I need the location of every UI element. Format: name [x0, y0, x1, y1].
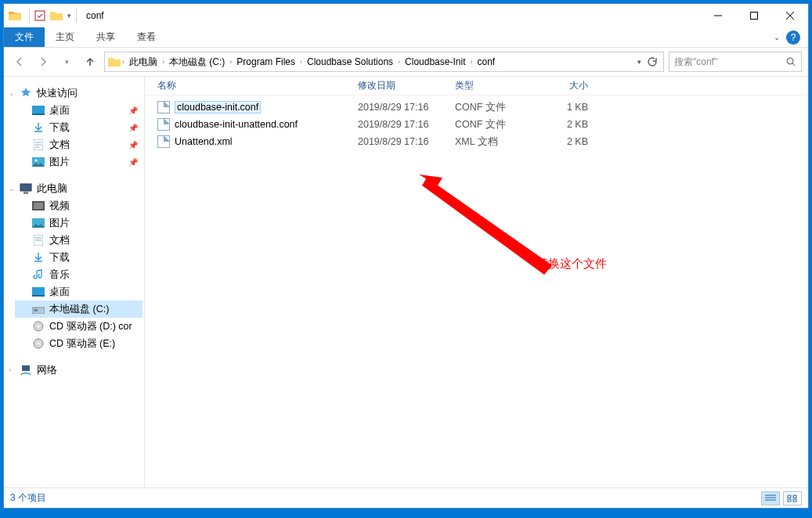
qat-dropdown-icon[interactable]: ▾	[67, 12, 71, 20]
col-name[interactable]: 名称	[157, 79, 358, 92]
svg-rect-0	[35, 11, 45, 20]
qat-folder-icon[interactable]	[50, 10, 63, 21]
address-bar: ▾ › 此电脑 › 本地磁盘 (C:) › Program Files › Cl…	[4, 48, 808, 76]
sidebar-quick-access[interactable]: ⌄快速访问	[15, 85, 143, 102]
network-icon	[20, 364, 32, 376]
sidebar-item-downloads[interactable]: 下载📌	[15, 119, 143, 136]
svg-rect-4	[32, 113, 45, 115]
separator	[29, 9, 30, 23]
sidebar-item-desktop[interactable]: 桌面	[15, 283, 143, 300]
window-controls	[700, 4, 808, 27]
titlebar: ▾ conf	[4, 4, 808, 27]
chevron-right-icon[interactable]: ›	[468, 58, 474, 66]
forward-button[interactable]	[34, 52, 52, 71]
picture-icon	[32, 156, 45, 168]
maximize-button[interactable]	[736, 4, 772, 27]
music-icon	[32, 268, 45, 281]
svg-rect-25	[788, 495, 791, 498]
pin-icon: 📌	[128, 141, 138, 149]
video-icon	[32, 200, 45, 212]
search-placeholder: 搜索"conf"	[674, 56, 717, 69]
folder-icon	[9, 9, 21, 22]
collapse-icon[interactable]: ⌄	[9, 89, 15, 97]
view-buttons	[761, 491, 802, 505]
chevron-right-icon[interactable]: ›	[298, 58, 304, 66]
item-count: 3 个项目	[10, 491, 46, 505]
recent-dropdown-icon[interactable]: ▾	[57, 52, 76, 71]
chevron-right-icon[interactable]: ›	[161, 58, 166, 66]
svg-rect-26	[793, 495, 796, 498]
refresh-button[interactable]	[643, 56, 660, 67]
svg-rect-28	[793, 499, 796, 502]
crumb-pc[interactable]: 此电脑	[126, 56, 161, 69]
svg-rect-15	[32, 295, 45, 297]
help-button[interactable]: ?	[786, 31, 800, 45]
download-icon	[32, 251, 45, 264]
sidebar-item-desktop[interactable]: 桌面📌	[15, 102, 143, 119]
star-icon	[20, 87, 32, 99]
sidebar-item-cd-d[interactable]: CD 驱动器 (D:) cor	[15, 318, 143, 335]
svg-marker-23	[419, 174, 442, 185]
qat-properties-icon[interactable]	[34, 10, 45, 21]
file-icon	[157, 135, 170, 148]
crumb-cloudbase[interactable]: Cloudbase Solutions	[304, 56, 396, 67]
pin-icon: 📌	[128, 106, 138, 115]
icons-view-button[interactable]	[783, 491, 802, 505]
svg-point-7	[35, 160, 38, 162]
svg-rect-1	[751, 13, 758, 20]
pc-icon	[20, 182, 32, 195]
col-type[interactable]: 类型	[455, 79, 541, 92]
sidebar-item-local-disk-c[interactable]: 本地磁盘 (C:)	[15, 300, 143, 318]
crumb-programfiles[interactable]: Program Files	[233, 56, 298, 67]
file-row[interactable]: Unattend.xml 2019/8/29 17:16 XML 文档 2 KB	[157, 133, 808, 150]
picture-icon	[32, 217, 45, 229]
close-button[interactable]	[772, 4, 808, 27]
file-icon	[157, 118, 170, 131]
details-view-button[interactable]	[761, 491, 780, 505]
file-row[interactable]: cloudbase-init.conf 2019/8/29 17:16 CONF…	[157, 99, 808, 116]
tab-home[interactable]: 主页	[45, 27, 85, 47]
search-input[interactable]: 搜索"conf"	[669, 52, 802, 72]
sidebar-item-documents[interactable]: 文档	[15, 232, 143, 249]
col-date[interactable]: 修改日期	[358, 79, 455, 92]
chevron-right-icon[interactable]: ›	[396, 58, 402, 66]
folder-icon	[108, 56, 121, 68]
address-dropdown-icon[interactable]: ▾	[637, 58, 641, 66]
minimize-button[interactable]	[700, 4, 736, 27]
sidebar-item-pictures[interactable]: 图片📌	[15, 153, 143, 171]
breadcrumb-bar[interactable]: › 此电脑 › 本地磁盘 (C:) › Program Files › Clou…	[104, 52, 664, 72]
tab-file[interactable]: 文件	[4, 27, 45, 47]
up-button[interactable]	[81, 52, 99, 71]
sidebar-item-documents[interactable]: 文档📌	[15, 136, 143, 153]
ribbon-right: ⌄ ?	[774, 27, 808, 47]
file-icon	[157, 101, 170, 113]
sidebar-item-music[interactable]: 音乐	[15, 266, 143, 283]
tab-view[interactable]: 查看	[126, 27, 167, 47]
crumb-conf[interactable]: conf	[474, 56, 498, 67]
svg-rect-22	[22, 365, 30, 371]
expand-icon[interactable]: ›	[9, 366, 11, 374]
crumb-drive[interactable]: 本地磁盘 (C:)	[166, 56, 228, 69]
sidebar-this-pc[interactable]: ⌄此电脑	[15, 180, 143, 197]
sidebar-item-cd-e[interactable]: CD 驱动器 (E:)	[15, 335, 143, 352]
expand-ribbon-icon[interactable]: ⌄	[774, 33, 780, 41]
svg-point-19	[38, 326, 40, 328]
sidebar-item-videos[interactable]: 视频	[15, 197, 143, 214]
sidebar-item-pictures[interactable]: 图片	[15, 214, 143, 232]
crumb-init[interactable]: Cloudbase-Init	[402, 56, 468, 67]
svg-rect-8	[20, 184, 31, 191]
col-size[interactable]: 大小	[541, 79, 596, 92]
collapse-icon[interactable]: ⌄	[9, 185, 15, 192]
chevron-right-icon[interactable]: ›	[121, 58, 126, 66]
chevron-right-icon[interactable]: ›	[228, 58, 233, 66]
sidebar-network[interactable]: ›网络	[15, 362, 143, 379]
back-button[interactable]	[10, 52, 29, 71]
search-icon[interactable]	[785, 56, 796, 67]
file-list: cloudbase-init.conf 2019/8/29 17:16 CONF…	[145, 95, 808, 150]
tab-share[interactable]: 共享	[85, 27, 126, 47]
file-row[interactable]: cloudbase-init-unattend.conf 2019/8/29 1…	[157, 116, 808, 133]
sidebar-item-downloads[interactable]: 下载	[15, 249, 143, 266]
column-headers: 名称 修改日期 类型 大小	[145, 77, 808, 95]
sidebar: ⌄快速访问 桌面📌 下载📌 文档📌 图片📌 ⌄此电脑 视频 图片 文档 下载 音…	[4, 77, 145, 487]
svg-point-2	[787, 58, 793, 64]
